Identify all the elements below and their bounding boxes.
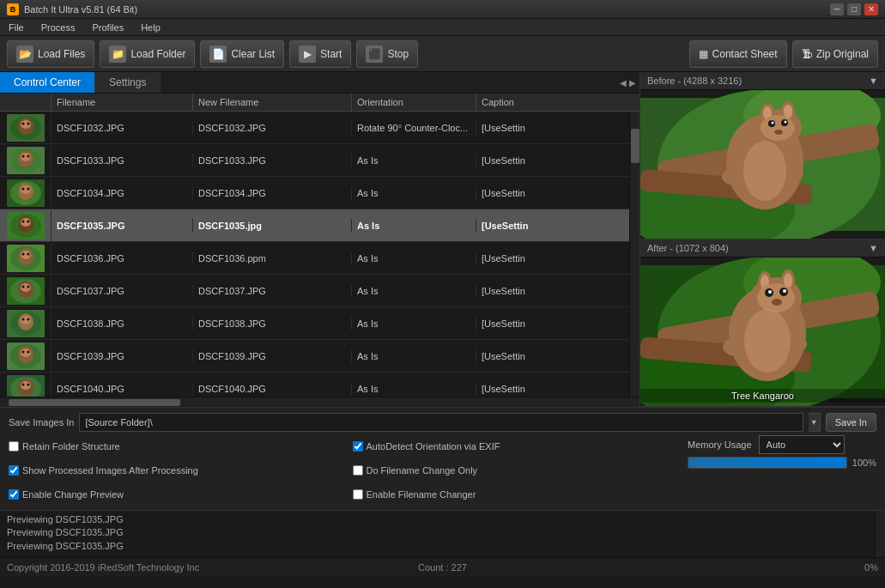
log-lines: Previewing DSCF1035.JPGPreviewing DSCF10… (7, 513, 878, 553)
table-row[interactable]: DSCF1033.JPG DSCF1033.JPG As Is [UseSett… (0, 144, 629, 177)
right-panel: Before - (4288 x 3216) ▼ (640, 72, 885, 407)
thumbnail-svg (7, 147, 45, 174)
tab-settings[interactable]: Settings (95, 72, 161, 93)
cell-orientation: As Is (352, 349, 476, 363)
retain-folder-checkbox[interactable] (9, 441, 19, 452)
checkbox-show-processed[interactable]: Show Processed Images After Processing (9, 459, 327, 481)
svg-point-10 (21, 155, 24, 157)
before-kangaroo-svg (640, 90, 885, 239)
file-table-body[interactable]: DSCF1032.JPG DSCF1032.JPG Rotate 90° Cou… (0, 112, 629, 397)
enable-change-preview-label: Enable Change Preview (22, 489, 124, 500)
cell-caption: [UseSettin (476, 219, 545, 233)
table-row[interactable]: DSCF1034.JPG DSCF1034.JPG As Is [UseSett… (0, 177, 629, 209)
after-preview-title: After - (1072 x 804) (647, 243, 729, 253)
thumbnail-svg (7, 342, 45, 370)
cell-filename: DSCF1035.JPG (52, 219, 193, 233)
maximize-button[interactable]: □ (847, 3, 861, 15)
cell-new-filename: DSCF1032.JPG (193, 121, 352, 135)
menu-file[interactable]: File (5, 21, 27, 34)
table-row[interactable]: DSCF1037.JPG DSCF1037.JPG As Is [UseSett… (0, 275, 629, 307)
thumbnail-image (7, 375, 45, 397)
col-header-orientation: Orientation (352, 94, 476, 111)
table-row[interactable]: DSCF1038.JPG DSCF1038.JPG As Is [UseSett… (0, 307, 629, 340)
after-preview-header: After - (1072 x 804) ▼ (640, 239, 885, 258)
svg-point-34 (21, 285, 24, 288)
cell-new-filename: DSCF1039.JPG (193, 349, 352, 363)
table-scroll-area: DSCF1032.JPG DSCF1032.JPG Rotate 90° Cou… (0, 112, 640, 397)
menu-process[interactable]: Process (38, 21, 79, 34)
memory-select[interactable]: Auto 25% 50% 75% 100% (759, 435, 845, 454)
cell-filename: DSCF1038.JPG (52, 317, 193, 330)
cell-caption: [UseSettin (476, 154, 545, 167)
table-row[interactable]: DSCF1040.JPG DSCF1040.JPG As Is [UseSett… (0, 373, 629, 397)
enable-filename-changer-checkbox[interactable] (353, 489, 363, 500)
svg-point-46 (21, 350, 24, 353)
cell-new-filename: DSCF1038.JPG (193, 317, 352, 330)
enable-change-preview-checkbox[interactable] (9, 489, 19, 500)
settings-area: Save Images In ▼ Save In Retain Folder S… (0, 407, 885, 510)
tab-control-center[interactable]: Control Center (0, 72, 95, 93)
load-folder-button[interactable]: 📁 Load Folder (100, 40, 195, 68)
svg-point-4 (21, 122, 24, 124)
svg-point-11 (27, 155, 29, 157)
cell-caption: [UseSettin (476, 349, 545, 363)
log-scrollbar[interactable] (875, 511, 885, 557)
minimize-button[interactable]: ─ (830, 3, 844, 15)
do-filename-change-checkbox[interactable] (353, 465, 363, 476)
log-line: Previewing DSCF1035.JPG (7, 526, 878, 539)
clear-list-icon: 📄 (209, 45, 227, 63)
tab-navigation[interactable]: ◀ ▶ (616, 72, 640, 93)
svg-point-69 (772, 122, 774, 124)
menu-help[interactable]: Help (137, 21, 164, 34)
stop-button[interactable]: ⬛ Stop (356, 40, 418, 68)
zip-original-button[interactable]: 🗜 Zip Original (792, 40, 878, 68)
cell-thumbnail (0, 341, 52, 372)
svg-point-28 (21, 252, 24, 255)
start-button[interactable]: ▶ Start (289, 40, 351, 68)
vertical-scrollbar[interactable] (629, 112, 640, 397)
checkbox-enable-change-preview[interactable]: Enable Change Preview (9, 483, 327, 505)
svg-point-74 (743, 141, 786, 201)
svg-point-3 (21, 120, 31, 129)
after-preview-section: After - (1072 x 804) ▼ (640, 239, 885, 407)
after-preview-image: Tree Kangaroo (640, 258, 885, 406)
svg-point-21 (21, 218, 31, 227)
show-processed-checkbox[interactable] (9, 465, 19, 476)
close-button[interactable]: ✕ (864, 3, 878, 15)
statusbar: Copyright 2016-2019 iRedSoft Technology … (0, 557, 885, 576)
table-row[interactable]: DSCF1035.JPG DSCF1035.jpg As Is [UseSett… (0, 209, 629, 242)
contact-sheet-button[interactable]: ▦ Contact Sheet (689, 40, 787, 68)
cell-orientation: As Is (352, 154, 476, 167)
svg-point-91 (783, 289, 786, 293)
svg-point-27 (21, 251, 31, 259)
cell-caption: [UseSettin (476, 317, 545, 330)
table-row[interactable]: DSCF1036.JPG DSCF1036.ppm As Is [UseSett… (0, 242, 629, 275)
checkbox-retain-folder[interactable]: Retain Folder Structure (9, 435, 327, 457)
before-preview-image (640, 90, 885, 239)
table-row[interactable]: DSCF1039.JPG DSCF1039.JPG As Is [UseSett… (0, 340, 629, 373)
log-area: Previewing DSCF1035.JPGPreviewing DSCF10… (0, 510, 885, 557)
svg-point-47 (27, 350, 29, 353)
table-row[interactable]: DSCF1032.JPG DSCF1032.JPG Rotate 90° Cou… (0, 112, 629, 144)
autodetect-checkbox[interactable] (353, 441, 363, 452)
save-path-dropdown[interactable]: ▼ (809, 413, 821, 432)
checkbox-autodetect[interactable]: AutoDetect Orientation via EXIF (353, 435, 671, 457)
checkbox-enable-filename-changer[interactable]: Enable Filename Changer (353, 483, 671, 505)
load-files-button[interactable]: 📂 Load Files (7, 40, 94, 68)
clear-list-button[interactable]: 📄 Clear List (200, 40, 284, 68)
tabs: Control Center Settings ◀ ▶ (0, 72, 640, 94)
log-line: Previewing DSCF1035.JPG (7, 513, 878, 526)
svg-point-40 (21, 318, 24, 320)
horizontal-scrollbar[interactable] (0, 397, 640, 407)
menu-profiles[interactable]: Profiles (88, 21, 127, 34)
cell-filename: DSCF1033.JPG (52, 154, 193, 167)
cell-thumbnail (0, 145, 52, 176)
save-path-input[interactable] (79, 413, 803, 432)
checkbox-do-filename-change[interactable]: Do Filename Change Only (353, 459, 671, 481)
after-kangaroo-svg (640, 258, 885, 406)
svg-point-66 (761, 115, 795, 141)
cell-filename: DSCF1040.JPG (52, 382, 193, 396)
save-in-button[interactable]: Save In (826, 413, 876, 432)
file-table: Filename New Filename Orientation Captio… (0, 94, 640, 407)
progress-bar-fill (688, 458, 846, 468)
